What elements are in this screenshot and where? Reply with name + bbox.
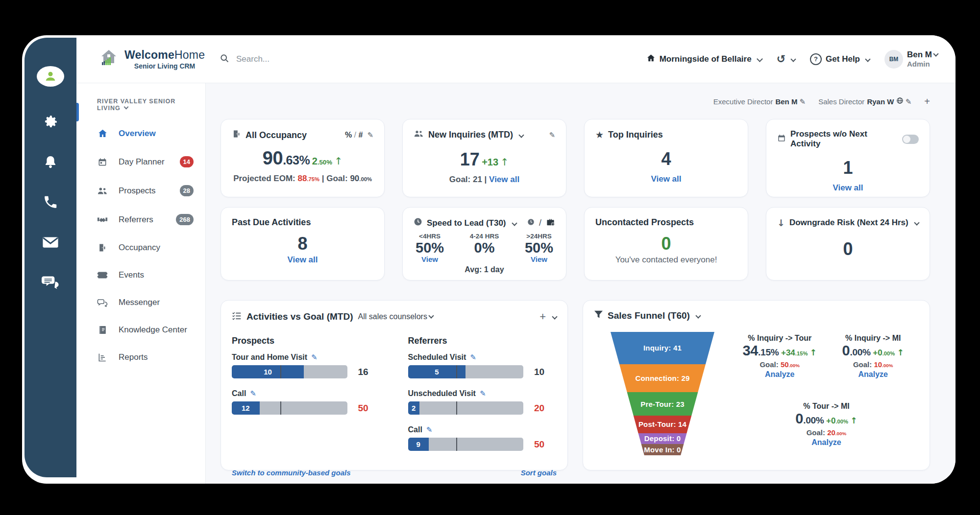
community-name: Morningside of Bellaire bbox=[660, 54, 752, 64]
analyze-link[interactable]: Analyze bbox=[833, 370, 914, 379]
collapse-chevron-icon[interactable] bbox=[552, 314, 557, 319]
edit-goal-icon[interactable]: ✎ bbox=[311, 353, 318, 362]
card-title: New Inquiries (MTD) bbox=[428, 130, 513, 140]
analyze-link[interactable]: Analyze bbox=[739, 370, 821, 379]
mail-button[interactable] bbox=[37, 232, 64, 253]
screenshot-stage: WelcomeHome Senior Living CRM M bbox=[0, 0, 980, 515]
metric-inquiry-tour: % Inquiry -> Tour 34.15% +34.15% ↑ Goal:… bbox=[739, 334, 821, 387]
search-input[interactable] bbox=[235, 54, 394, 65]
business-hours-icon[interactable] bbox=[546, 218, 555, 229]
view-all-link[interactable]: View all bbox=[489, 175, 519, 184]
chevron-down-icon bbox=[933, 51, 938, 56]
funnel-stage-move-in: Move In: 0 bbox=[611, 444, 714, 455]
goal-bar-unscheduled-visit: Unscheduled Visit✎ 2 20 bbox=[408, 389, 557, 415]
edit-goal-icon[interactable]: ✎ bbox=[250, 389, 256, 398]
edit-pencil-icon[interactable]: ✎ bbox=[549, 131, 555, 140]
sidebar-item-occupancy[interactable]: Occupancy bbox=[91, 238, 196, 258]
get-help-menu[interactable]: ? Get Help bbox=[810, 53, 870, 65]
edit-goal-icon[interactable]: ✎ bbox=[480, 389, 486, 398]
goal-bar-prospect-call: Call✎ 12 50 bbox=[232, 389, 381, 415]
card-uncontacted: Uncontacted Prospects 0 You've contacted… bbox=[584, 207, 748, 281]
view-link[interactable]: View bbox=[525, 255, 553, 263]
door-icon bbox=[232, 129, 241, 141]
calendar-icon bbox=[97, 157, 108, 167]
goal-bar-referrer-call: Call✎ 9 50 bbox=[408, 425, 557, 451]
goal-bar-scheduled-visit: Scheduled Visit✎ 5 10 bbox=[408, 353, 557, 378]
sidebar-item-prospects[interactable]: Prospects 28 bbox=[91, 180, 196, 201]
org-name: RIVER VALLEY SENIOR LIVING bbox=[97, 98, 175, 112]
new-inquiries-value: 17 bbox=[460, 149, 480, 169]
view-link[interactable]: View bbox=[416, 255, 444, 263]
sidebar-item-overview[interactable]: Overview bbox=[91, 123, 196, 143]
history-menu[interactable]: ↺ bbox=[777, 54, 795, 65]
percent-number-toggle[interactable]: % / # bbox=[345, 131, 363, 140]
sidebar-item-events[interactable]: Events bbox=[91, 265, 196, 285]
pace-marker bbox=[280, 365, 281, 378]
switch-goals-link[interactable]: Switch to community-based goals bbox=[232, 468, 351, 477]
profile-button[interactable] bbox=[37, 66, 64, 87]
add-goal-button[interactable]: + bbox=[539, 310, 546, 323]
goal-number: 50 bbox=[534, 439, 557, 450]
community-selector[interactable]: Morningside of Bellaire bbox=[646, 53, 762, 65]
globe-icon[interactable] bbox=[896, 97, 904, 106]
up-arrow-icon: ↑ bbox=[334, 155, 343, 167]
counselor-filter[interactable]: All sales counselors bbox=[358, 312, 433, 321]
new-inquiries-dropdown[interactable]: New Inquiries (MTD) ✎ bbox=[414, 129, 555, 140]
edit-goal-icon[interactable]: ✎ bbox=[426, 425, 433, 434]
sidebar-item-reports[interactable]: Reports bbox=[91, 348, 196, 367]
org-selector[interactable]: RIVER VALLEY SENIOR LIVING bbox=[91, 98, 196, 112]
view-all-link[interactable]: View all bbox=[833, 183, 863, 192]
sidebar-item-messenger[interactable]: Messenger bbox=[91, 293, 196, 312]
messenger-icon bbox=[97, 298, 108, 307]
edit-pencil-icon[interactable]: ✎ bbox=[800, 97, 806, 106]
bell-icon bbox=[43, 154, 58, 170]
pace-marker bbox=[456, 365, 457, 378]
view-all-link[interactable]: View all bbox=[651, 174, 681, 184]
chat-bubbles-icon bbox=[42, 275, 59, 290]
clock-mode-icon[interactable] bbox=[527, 218, 535, 228]
include-toggle[interactable] bbox=[902, 135, 919, 144]
edit-pencil-icon[interactable]: ✎ bbox=[906, 97, 912, 106]
user-menu[interactable]: BM Ben M Admin bbox=[884, 50, 938, 69]
user-role: Admin bbox=[907, 60, 938, 68]
notifications-button[interactable] bbox=[37, 151, 64, 173]
speed-col: >24HRS 50% View bbox=[525, 233, 553, 263]
report-chart-icon bbox=[97, 352, 108, 362]
pace-marker bbox=[280, 401, 281, 415]
sales-funnel-dropdown[interactable]: Sales Funnel (T60) bbox=[594, 310, 919, 321]
edit-pencil-icon[interactable]: ✎ bbox=[367, 131, 373, 140]
window-body: WelcomeHome Senior Living CRM M bbox=[76, 35, 956, 484]
book-icon bbox=[97, 325, 108, 335]
user-name: Ben M bbox=[907, 50, 938, 60]
search-icon bbox=[220, 53, 229, 65]
speed-to-lead-dropdown[interactable]: Speed to Lead (T30) / bbox=[414, 217, 555, 229]
settings-button[interactable] bbox=[37, 111, 64, 133]
phone-button[interactable] bbox=[37, 191, 64, 213]
prospects-goals-column: Prospects Tour and Home Visit✎ 10 16 bbox=[232, 336, 381, 462]
card-title: Top Inquiries bbox=[608, 130, 663, 140]
edit-goal-icon[interactable]: ✎ bbox=[470, 353, 476, 362]
app-window: WelcomeHome Senior Living CRM M bbox=[22, 35, 956, 484]
sort-goals-link[interactable]: Sort goals bbox=[521, 468, 557, 477]
past-due-value: 8 bbox=[232, 234, 373, 254]
metric-inquiry-mi: % Inquiry -> MI 0.00% +0.00% ↑ Goal: 10.… bbox=[833, 334, 914, 387]
speed-col: <4HRS 50% View bbox=[416, 233, 444, 263]
add-director-button[interactable]: + bbox=[924, 96, 930, 107]
sidebar-item-knowledge-center[interactable]: Knowledge Center bbox=[91, 320, 196, 340]
chevron-down-icon bbox=[757, 56, 763, 62]
ticket-icon bbox=[97, 271, 108, 279]
kpi-row-2: Past Due Activities 8 View all Speed to … bbox=[220, 207, 930, 281]
handshake-icon bbox=[97, 215, 108, 224]
door-icon bbox=[97, 243, 108, 253]
downgrade-risk-dropdown[interactable]: ↓ Downgrade Risk (Next 24 Hrs) bbox=[777, 217, 919, 228]
chat-button[interactable] bbox=[37, 272, 64, 293]
brand-logo[interactable]: WelcomeHome Senior Living CRM bbox=[76, 47, 206, 71]
icon-rail bbox=[24, 38, 76, 477]
sidebar-item-referrers[interactable]: Referrers 268 bbox=[91, 209, 196, 230]
view-all-link[interactable]: View all bbox=[287, 255, 318, 264]
people-icon bbox=[414, 129, 424, 140]
analyze-link[interactable]: Analyze bbox=[739, 438, 914, 447]
sidebar-item-day-planner[interactable]: Day Planner 14 bbox=[91, 151, 196, 172]
topbar: WelcomeHome Senior Living CRM M bbox=[76, 35, 956, 83]
card-top-inquiries: ★ Top Inquiries 4 View all bbox=[584, 119, 748, 197]
